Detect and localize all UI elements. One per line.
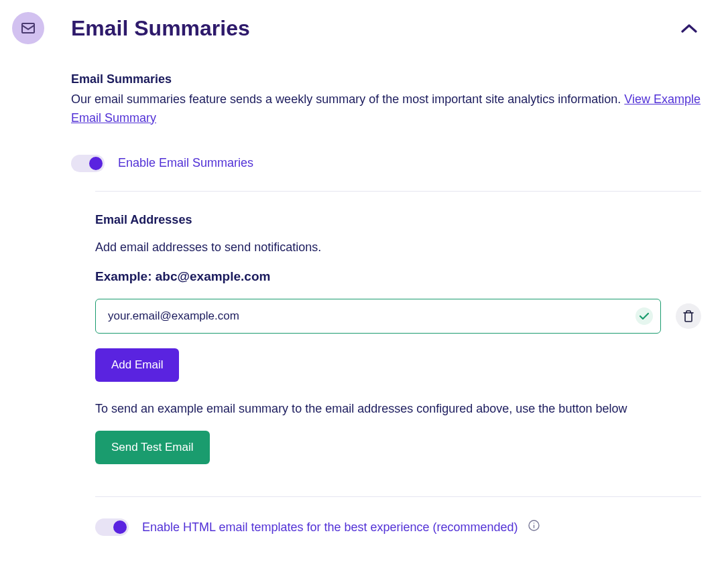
enable-html-label: Enable HTML email templates for the best…	[142, 520, 540, 535]
info-icon[interactable]	[528, 520, 540, 531]
email-input[interactable]	[95, 299, 661, 334]
addresses-example: Example: abc@example.com	[95, 269, 701, 284]
envelope-icon-badge	[12, 12, 44, 44]
svg-point-1	[533, 522, 534, 524]
divider	[95, 496, 701, 497]
send-test-email-button[interactable]: Send Test Email	[95, 431, 210, 464]
enable-summaries-row: Enable Email Summaries	[71, 155, 701, 172]
summary-description: Our email summaries feature sends a week…	[71, 90, 701, 128]
content-area: Email Summaries Our email summaries feat…	[71, 72, 701, 536]
valid-check-badge	[635, 307, 653, 325]
page-title: Email Summaries	[71, 16, 250, 41]
collapse-chevron-icon[interactable]	[681, 24, 697, 36]
divider	[95, 191, 701, 192]
email-input-wrap	[95, 299, 661, 334]
trash-icon	[683, 310, 694, 322]
addresses-heading: Email Addresses	[95, 213, 701, 227]
section-header: Email Summaries	[12, 12, 716, 44]
toggle-knob	[89, 157, 103, 170]
envelope-icon	[21, 23, 35, 33]
enable-summaries-toggle[interactable]	[71, 155, 105, 172]
delete-email-button[interactable]	[676, 303, 701, 329]
enable-html-row: Enable HTML email templates for the best…	[95, 518, 701, 536]
summary-heading: Email Summaries	[71, 72, 701, 86]
test-email-description: To send an example email summary to the …	[95, 402, 701, 416]
summary-description-text: Our email summaries feature sends a week…	[71, 92, 624, 106]
email-addresses-section: Email Addresses Add email addresses to s…	[95, 213, 701, 536]
add-email-button[interactable]: Add Email	[95, 348, 179, 382]
enable-html-label-text: Enable HTML email templates for the best…	[142, 520, 518, 534]
addresses-description: Add email addresses to send notification…	[95, 240, 701, 255]
toggle-knob	[113, 520, 127, 534]
enable-html-toggle[interactable]	[95, 518, 129, 536]
enable-summaries-label: Enable Email Summaries	[118, 156, 253, 170]
email-input-row	[95, 299, 701, 334]
check-icon	[640, 313, 649, 320]
